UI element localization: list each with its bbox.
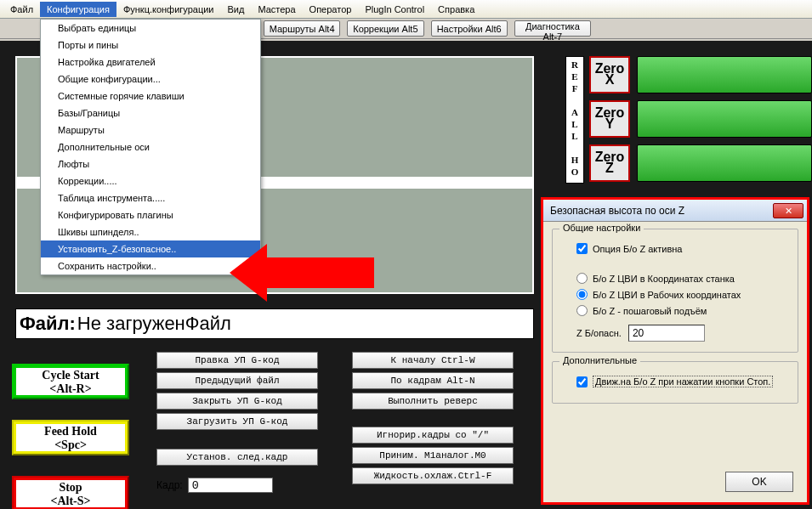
safe-z-dialog: Безопасная высота по оси Z ✕ Общие настр… — [541, 197, 809, 505]
close-gcode-button[interactable]: Закрыть УП G-код — [156, 393, 318, 410]
zero-x-button[interactable]: ZeroX — [589, 56, 630, 93]
reverse-run-button[interactable]: Выполнить реверс — [352, 393, 514, 410]
zero-y-button[interactable]: ZeroY — [589, 100, 630, 138]
tab-corrections[interactable]: Коррекции Alt5 — [347, 20, 423, 37]
feed-hold-button[interactable]: Feed Hold<Spc> — [12, 420, 129, 455]
prev-file-button[interactable]: Предыдущий файл — [156, 372, 318, 389]
dd-tool-table[interactable]: Таблица инструмента..... — [41, 189, 260, 206]
dd-general-config[interactable]: Общие конфигурации... — [41, 71, 260, 88]
dd-backlash[interactable]: Люфты — [41, 156, 260, 172]
menu-operator[interactable]: Оператор — [303, 2, 359, 17]
dro-x — [637, 56, 812, 93]
stop-move-checkbox[interactable] — [576, 376, 588, 387]
tab-settings[interactable]: Настройки Alt6 — [431, 20, 508, 37]
dialog-title: Безопасная высота по оси Z — [547, 205, 773, 217]
safe-z-field-label: Z Б/опасн. — [576, 328, 622, 338]
ok-button[interactable]: OK — [725, 472, 793, 492]
machine-coords-label: Б/о Z ЦВИ в Координатах станка — [593, 274, 735, 284]
block-delete-button[interactable]: Игнорир.кадры со "/" — [352, 427, 514, 444]
tab-diagnostics[interactable]: Диагностика Alt-7 — [514, 20, 591, 37]
dd-select-units[interactable]: Выбрать единицы — [41, 20, 260, 37]
dd-ports-pins[interactable]: Порты и пины — [41, 37, 260, 54]
rewind-button[interactable]: К началу Ctrl-W — [352, 352, 514, 369]
dd-spindle-pulleys[interactable]: Шкивы шпинделя.. — [41, 223, 260, 240]
dialog-titlebar: Безопасная высота по оси Z ✕ — [543, 200, 807, 222]
work-coords-radio[interactable] — [576, 289, 588, 300]
line-number-row: Кадр: — [156, 478, 273, 493]
cycle-start-button[interactable]: Cycle Start<Alt-R> — [12, 364, 129, 399]
zero-z-button[interactable]: ZeroZ — [589, 144, 630, 182]
dd-hotkeys[interactable]: Системные горячие клавиши — [41, 88, 260, 105]
dd-fixtures[interactable]: Коррекции..... — [41, 172, 260, 189]
safe-z-active-checkbox[interactable] — [576, 243, 588, 254]
menu-view[interactable]: Вид — [221, 2, 252, 17]
dd-motor-tuning[interactable]: Настройка двигателей — [41, 54, 260, 71]
incremental-label: Б/о Z - пошаговый подъём — [593, 306, 707, 316]
machine-coords-radio[interactable] — [576, 273, 588, 284]
menu-plugin[interactable]: PlugIn Control — [358, 2, 431, 17]
group1-legend: Общие настройки — [559, 223, 644, 233]
stop-move-label: Движ.на Б/о Z при нажатии кнопки Стоп. — [593, 376, 773, 387]
safe-z-input[interactable] — [628, 325, 705, 342]
config-dropdown: Выбрать единицы Порты и пины Настройка д… — [40, 19, 261, 275]
incremental-radio[interactable] — [576, 305, 588, 316]
flood-button[interactable]: Жидкость.охлаж.Ctrl-F — [352, 467, 514, 484]
safe-z-active-label: Опция Б/о Z активна — [593, 244, 682, 254]
stop-button[interactable]: Stop<Alt-S> — [12, 476, 129, 509]
dd-homing-limits[interactable]: Базы/Границы — [41, 105, 260, 122]
menu-file[interactable]: Файл — [3, 2, 40, 17]
menu-wizards[interactable]: Мастера — [251, 2, 302, 17]
tab-routes[interactable]: Маршруты Alt4 — [264, 20, 340, 37]
line-input[interactable] — [188, 478, 273, 493]
file-label: Файл: — [16, 313, 77, 335]
additional-group: Дополнительные Движ.на Б/о Z при нажатии… — [552, 361, 798, 404]
close-icon[interactable]: ✕ — [773, 203, 803, 218]
menu-config[interactable]: Конфигурация — [40, 2, 116, 17]
file-value: Не загруженФайл — [77, 313, 231, 335]
menu-func-config[interactable]: Функц.конфигурации — [116, 2, 221, 17]
single-step-button[interactable]: По кадрам Alt-N — [352, 372, 514, 389]
dro-y — [637, 100, 812, 138]
annotation-arrow — [264, 257, 374, 288]
load-gcode-button[interactable]: Загрузить УП G-код — [156, 413, 318, 430]
set-next-line-button[interactable]: Установ. след.кадр — [156, 449, 318, 466]
group2-legend: Дополнительные — [559, 355, 640, 365]
edit-gcode-button[interactable]: Правка УП G-код — [156, 352, 318, 369]
ref-all-home-button[interactable]: REFALLHO — [565, 56, 584, 184]
general-settings-group: Общие настройки Опция Б/о Z активна Б/о … — [552, 229, 798, 353]
dd-safe-z[interactable]: Установить_Z-безопасное.. — [41, 240, 260, 257]
dd-slave-axis[interactable]: Дополнительные оси — [41, 139, 260, 156]
dd-save-settings[interactable]: Сохранить настройки.. — [41, 257, 260, 274]
line-label: Кадр: — [156, 479, 183, 491]
menubar: Файл Конфигурация Функц.конфигурации Вид… — [0, 0, 812, 19]
dro-z — [637, 144, 812, 182]
dd-toolpath[interactable]: Маршруты — [41, 122, 260, 139]
dd-config-plugins[interactable]: Конфигурировать плагины — [41, 206, 260, 223]
work-coords-label: Б/о Z ЦВИ в Рабочих координатах — [593, 290, 741, 300]
menu-help[interactable]: Справка — [431, 2, 481, 17]
file-line: Файл: Не загруженФайл — [15, 308, 534, 339]
optional-stop-button[interactable]: Приним. M1аналог.M0 — [352, 447, 514, 464]
